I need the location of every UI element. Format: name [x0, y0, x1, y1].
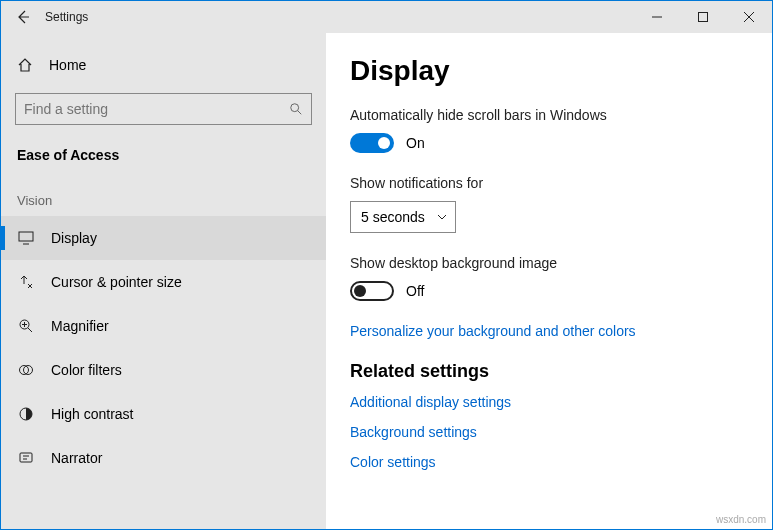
sidebar-item-label: Narrator [51, 450, 102, 466]
maximize-icon [698, 12, 708, 22]
watermark: wsxdn.com [716, 514, 766, 525]
svg-line-11 [28, 328, 32, 332]
sidebar-item-magnifier[interactable]: Magnifier [1, 304, 326, 348]
sidebar-item-label: Cursor & pointer size [51, 274, 182, 290]
display-icon [17, 231, 35, 245]
sidebar: Home Ease of Access Vision Display Curso… [1, 33, 326, 529]
notif-value: 5 seconds [361, 209, 425, 225]
main-content: Display Automatically hide scroll bars i… [326, 33, 772, 529]
related-heading: Related settings [350, 361, 748, 382]
sidebar-item-color-filters[interactable]: Color filters [1, 348, 326, 392]
color-filters-icon [17, 362, 35, 378]
high-contrast-icon [17, 406, 35, 422]
minimize-button[interactable] [634, 1, 680, 33]
svg-rect-6 [19, 232, 33, 241]
hide-scroll-state: On [406, 135, 425, 151]
cursor-icon [17, 274, 35, 290]
svg-rect-15 [20, 453, 32, 462]
sidebar-item-cursor[interactable]: Cursor & pointer size [1, 260, 326, 304]
minimize-icon [652, 12, 662, 22]
hide-scroll-label: Automatically hide scroll bars in Window… [350, 107, 748, 123]
narrator-icon [17, 450, 35, 466]
page-title: Display [350, 55, 748, 87]
notif-label: Show notifications for [350, 175, 748, 191]
window-title: Settings [45, 10, 88, 24]
home-icon [17, 57, 33, 73]
hide-scroll-toggle[interactable] [350, 133, 394, 153]
chevron-down-icon [437, 214, 447, 220]
titlebar: Settings [1, 1, 772, 33]
background-settings-link[interactable]: Background settings [350, 424, 748, 440]
home-label: Home [49, 57, 86, 73]
notif-dropdown[interactable]: 5 seconds [350, 201, 456, 233]
close-icon [744, 12, 754, 22]
svg-point-4 [291, 104, 299, 112]
group-vision-label: Vision [1, 181, 326, 216]
sidebar-item-label: Magnifier [51, 318, 109, 334]
svg-line-5 [298, 111, 302, 115]
sidebar-item-label: Display [51, 230, 97, 246]
bg-toggle[interactable] [350, 281, 394, 301]
sidebar-item-narrator[interactable]: Narrator [1, 436, 326, 480]
bg-state: Off [406, 283, 424, 299]
bg-label: Show desktop background image [350, 255, 748, 271]
maximize-button[interactable] [680, 1, 726, 33]
category-header: Ease of Access [1, 139, 326, 181]
sidebar-item-display[interactable]: Display [1, 216, 326, 260]
back-arrow-icon [15, 9, 31, 25]
home-nav[interactable]: Home [1, 45, 326, 85]
search-input[interactable] [24, 101, 289, 117]
magnifier-icon [17, 318, 35, 334]
sidebar-item-label: High contrast [51, 406, 133, 422]
close-button[interactable] [726, 1, 772, 33]
back-button[interactable] [1, 1, 45, 33]
sidebar-item-label: Color filters [51, 362, 122, 378]
additional-display-link[interactable]: Additional display settings [350, 394, 748, 410]
color-settings-link[interactable]: Color settings [350, 454, 748, 470]
sidebar-item-high-contrast[interactable]: High contrast [1, 392, 326, 436]
search-icon [289, 102, 303, 116]
search-input-wrap[interactable] [15, 93, 312, 125]
svg-rect-1 [699, 13, 708, 22]
personalize-link[interactable]: Personalize your background and other co… [350, 323, 748, 339]
